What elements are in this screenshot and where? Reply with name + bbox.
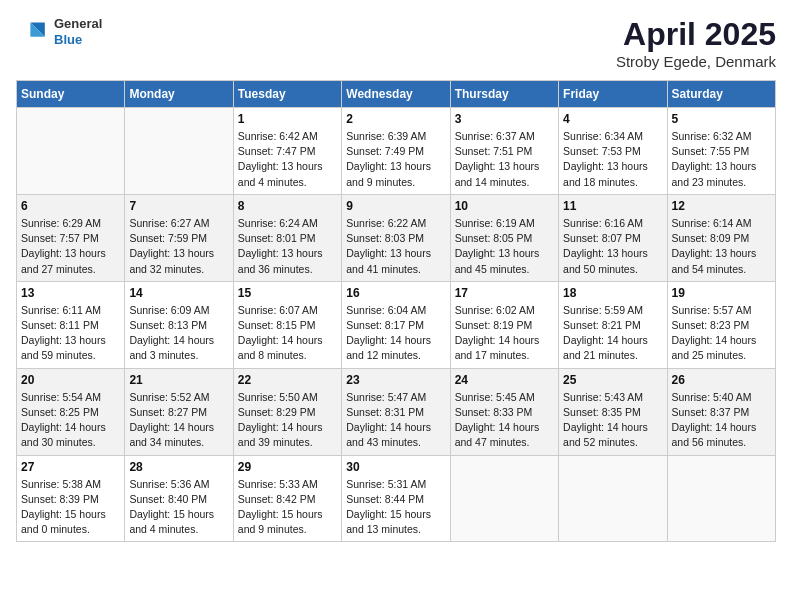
- header-saturday: Saturday: [667, 81, 775, 108]
- day-info: Sunrise: 5:38 AM Sunset: 8:39 PM Dayligh…: [21, 477, 120, 538]
- day-info: Sunrise: 6:24 AM Sunset: 8:01 PM Dayligh…: [238, 216, 337, 277]
- day-number: 30: [346, 460, 445, 474]
- day-number: 14: [129, 286, 228, 300]
- table-row: 7Sunrise: 6:27 AM Sunset: 7:59 PM Daylig…: [125, 194, 233, 281]
- month-title: April 2025: [616, 16, 776, 53]
- logo: General Blue: [16, 16, 102, 48]
- day-number: 4: [563, 112, 662, 126]
- day-info: Sunrise: 6:04 AM Sunset: 8:17 PM Dayligh…: [346, 303, 445, 364]
- day-info: Sunrise: 6:34 AM Sunset: 7:53 PM Dayligh…: [563, 129, 662, 190]
- day-number: 5: [672, 112, 771, 126]
- day-number: 28: [129, 460, 228, 474]
- day-info: Sunrise: 6:42 AM Sunset: 7:47 PM Dayligh…: [238, 129, 337, 190]
- day-info: Sunrise: 6:39 AM Sunset: 7:49 PM Dayligh…: [346, 129, 445, 190]
- day-info: Sunrise: 5:33 AM Sunset: 8:42 PM Dayligh…: [238, 477, 337, 538]
- day-number: 22: [238, 373, 337, 387]
- table-row: 18Sunrise: 5:59 AM Sunset: 8:21 PM Dayli…: [559, 281, 667, 368]
- day-info: Sunrise: 5:59 AM Sunset: 8:21 PM Dayligh…: [563, 303, 662, 364]
- day-info: Sunrise: 5:43 AM Sunset: 8:35 PM Dayligh…: [563, 390, 662, 451]
- day-number: 23: [346, 373, 445, 387]
- logo-icon: [16, 16, 48, 48]
- day-info: Sunrise: 6:27 AM Sunset: 7:59 PM Dayligh…: [129, 216, 228, 277]
- day-info: Sunrise: 6:22 AM Sunset: 8:03 PM Dayligh…: [346, 216, 445, 277]
- table-row: 25Sunrise: 5:43 AM Sunset: 8:35 PM Dayli…: [559, 368, 667, 455]
- table-row: 21Sunrise: 5:52 AM Sunset: 8:27 PM Dayli…: [125, 368, 233, 455]
- table-row: 16Sunrise: 6:04 AM Sunset: 8:17 PM Dayli…: [342, 281, 450, 368]
- day-info: Sunrise: 6:37 AM Sunset: 7:51 PM Dayligh…: [455, 129, 554, 190]
- day-number: 11: [563, 199, 662, 213]
- table-row: 29Sunrise: 5:33 AM Sunset: 8:42 PM Dayli…: [233, 455, 341, 542]
- header-monday: Monday: [125, 81, 233, 108]
- table-row: 28Sunrise: 5:36 AM Sunset: 8:40 PM Dayli…: [125, 455, 233, 542]
- day-info: Sunrise: 6:09 AM Sunset: 8:13 PM Dayligh…: [129, 303, 228, 364]
- day-number: 1: [238, 112, 337, 126]
- day-number: 26: [672, 373, 771, 387]
- day-number: 19: [672, 286, 771, 300]
- day-number: 3: [455, 112, 554, 126]
- day-number: 25: [563, 373, 662, 387]
- day-info: Sunrise: 5:57 AM Sunset: 8:23 PM Dayligh…: [672, 303, 771, 364]
- day-number: 13: [21, 286, 120, 300]
- day-info: Sunrise: 6:16 AM Sunset: 8:07 PM Dayligh…: [563, 216, 662, 277]
- day-info: Sunrise: 5:40 AM Sunset: 8:37 PM Dayligh…: [672, 390, 771, 451]
- table-row: 27Sunrise: 5:38 AM Sunset: 8:39 PM Dayli…: [17, 455, 125, 542]
- day-number: 12: [672, 199, 771, 213]
- day-number: 2: [346, 112, 445, 126]
- header-thursday: Thursday: [450, 81, 558, 108]
- table-row: [125, 108, 233, 195]
- table-row: 30Sunrise: 5:31 AM Sunset: 8:44 PM Dayli…: [342, 455, 450, 542]
- day-info: Sunrise: 5:50 AM Sunset: 8:29 PM Dayligh…: [238, 390, 337, 451]
- day-info: Sunrise: 5:36 AM Sunset: 8:40 PM Dayligh…: [129, 477, 228, 538]
- table-row: 10Sunrise: 6:19 AM Sunset: 8:05 PM Dayli…: [450, 194, 558, 281]
- day-info: Sunrise: 6:11 AM Sunset: 8:11 PM Dayligh…: [21, 303, 120, 364]
- day-info: Sunrise: 5:52 AM Sunset: 8:27 PM Dayligh…: [129, 390, 228, 451]
- table-row: 1Sunrise: 6:42 AM Sunset: 7:47 PM Daylig…: [233, 108, 341, 195]
- table-row: 20Sunrise: 5:54 AM Sunset: 8:25 PM Dayli…: [17, 368, 125, 455]
- day-info: Sunrise: 6:02 AM Sunset: 8:19 PM Dayligh…: [455, 303, 554, 364]
- table-row: [667, 455, 775, 542]
- table-row: 3Sunrise: 6:37 AM Sunset: 7:51 PM Daylig…: [450, 108, 558, 195]
- table-row: 26Sunrise: 5:40 AM Sunset: 8:37 PM Dayli…: [667, 368, 775, 455]
- table-row: [559, 455, 667, 542]
- table-row: [17, 108, 125, 195]
- table-row: 17Sunrise: 6:02 AM Sunset: 8:19 PM Dayli…: [450, 281, 558, 368]
- table-row: 14Sunrise: 6:09 AM Sunset: 8:13 PM Dayli…: [125, 281, 233, 368]
- calendar-week-row: 20Sunrise: 5:54 AM Sunset: 8:25 PM Dayli…: [17, 368, 776, 455]
- day-number: 10: [455, 199, 554, 213]
- table-row: 23Sunrise: 5:47 AM Sunset: 8:31 PM Dayli…: [342, 368, 450, 455]
- day-number: 15: [238, 286, 337, 300]
- title-section: April 2025 Stroby Egede, Denmark: [616, 16, 776, 70]
- calendar-week-row: 1Sunrise: 6:42 AM Sunset: 7:47 PM Daylig…: [17, 108, 776, 195]
- table-row: 4Sunrise: 6:34 AM Sunset: 7:53 PM Daylig…: [559, 108, 667, 195]
- header-wednesday: Wednesday: [342, 81, 450, 108]
- page-header: General Blue April 2025 Stroby Egede, De…: [16, 16, 776, 70]
- day-number: 6: [21, 199, 120, 213]
- location-subtitle: Stroby Egede, Denmark: [616, 53, 776, 70]
- table-row: 5Sunrise: 6:32 AM Sunset: 7:55 PM Daylig…: [667, 108, 775, 195]
- calendar-week-row: 27Sunrise: 5:38 AM Sunset: 8:39 PM Dayli…: [17, 455, 776, 542]
- table-row: 9Sunrise: 6:22 AM Sunset: 8:03 PM Daylig…: [342, 194, 450, 281]
- day-info: Sunrise: 6:14 AM Sunset: 8:09 PM Dayligh…: [672, 216, 771, 277]
- day-number: 24: [455, 373, 554, 387]
- day-info: Sunrise: 6:19 AM Sunset: 8:05 PM Dayligh…: [455, 216, 554, 277]
- table-row: [450, 455, 558, 542]
- table-row: 8Sunrise: 6:24 AM Sunset: 8:01 PM Daylig…: [233, 194, 341, 281]
- day-number: 16: [346, 286, 445, 300]
- table-row: 22Sunrise: 5:50 AM Sunset: 8:29 PM Dayli…: [233, 368, 341, 455]
- header-friday: Friday: [559, 81, 667, 108]
- day-number: 27: [21, 460, 120, 474]
- table-row: 11Sunrise: 6:16 AM Sunset: 8:07 PM Dayli…: [559, 194, 667, 281]
- day-info: Sunrise: 5:31 AM Sunset: 8:44 PM Dayligh…: [346, 477, 445, 538]
- day-info: Sunrise: 5:54 AM Sunset: 8:25 PM Dayligh…: [21, 390, 120, 451]
- day-info: Sunrise: 5:45 AM Sunset: 8:33 PM Dayligh…: [455, 390, 554, 451]
- day-number: 18: [563, 286, 662, 300]
- day-info: Sunrise: 6:29 AM Sunset: 7:57 PM Dayligh…: [21, 216, 120, 277]
- day-number: 29: [238, 460, 337, 474]
- calendar-header-row: Sunday Monday Tuesday Wednesday Thursday…: [17, 81, 776, 108]
- calendar-table: Sunday Monday Tuesday Wednesday Thursday…: [16, 80, 776, 542]
- day-number: 8: [238, 199, 337, 213]
- header-sunday: Sunday: [17, 81, 125, 108]
- table-row: 15Sunrise: 6:07 AM Sunset: 8:15 PM Dayli…: [233, 281, 341, 368]
- logo-general: General: [54, 16, 102, 32]
- table-row: 2Sunrise: 6:39 AM Sunset: 7:49 PM Daylig…: [342, 108, 450, 195]
